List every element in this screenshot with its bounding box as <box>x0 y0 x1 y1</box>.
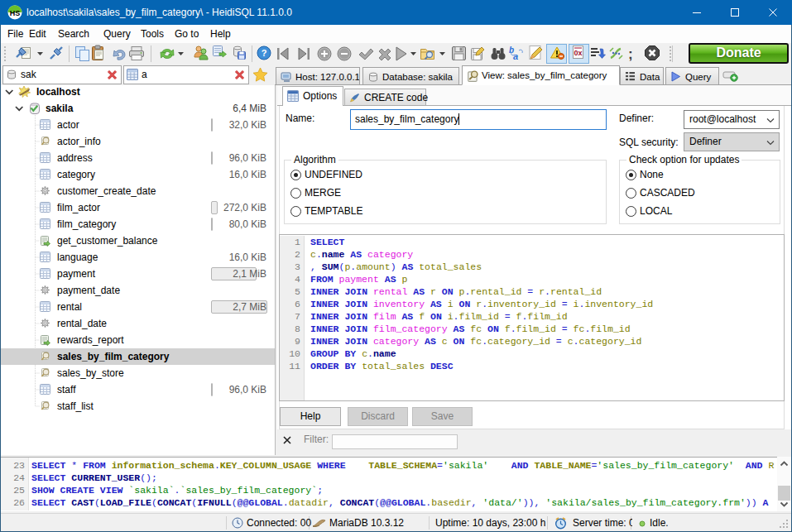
svg-text:HS: HS <box>10 9 21 17</box>
